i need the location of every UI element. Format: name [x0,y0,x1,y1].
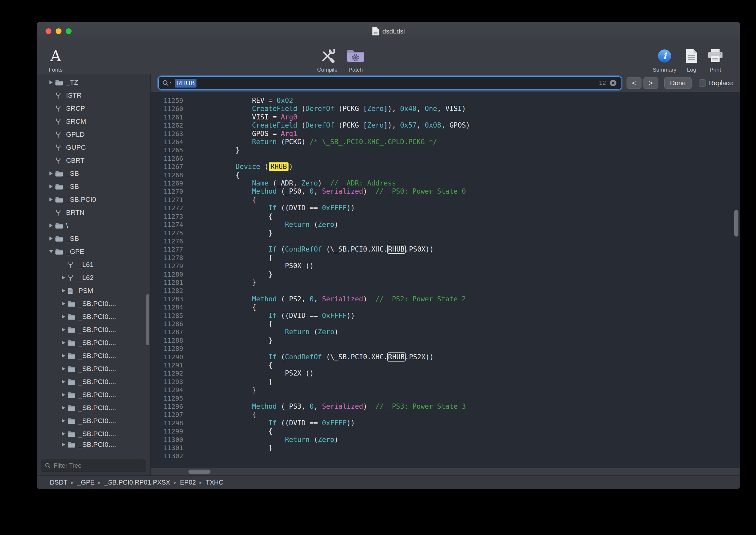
tree-item-_sbpci0[interactable]: _SB.PCI0.... [37,401,150,414]
editor-vertical-scrollbar-thumb[interactable] [734,210,739,237]
tree-item-_sbpci0[interactable]: _SB.PCI0.... [37,310,150,323]
minimize-button[interactable] [56,28,62,34]
tree-item-_tz[interactable]: _TZ [37,76,150,89]
tree-item-root[interactable]: \ [37,219,150,232]
tree-item-_l61[interactable]: _L61 [37,258,150,271]
breadcrumb-item[interactable]: EP02 [180,479,196,486]
disclosure-triangle[interactable] [60,367,68,371]
patch-label: Patch [349,67,363,73]
folder-icon [68,340,78,346]
code-line: 11263 GPOS = Arg1 [150,130,740,138]
search-input[interactable]: RHUB 12 [158,76,621,90]
code-lines: 11259 REV = 0x0211260 CreateField (Deref… [150,97,740,461]
search-options-icon[interactable] [162,79,172,87]
tree-item-srcm[interactable]: SRCM [37,115,150,128]
print-button[interactable]: Print [707,42,724,73]
code-line: 11270 Method (_PS0, 0, Serialized) // _P… [150,187,740,196]
disclosure-triangle[interactable] [60,315,68,319]
disclosure-triangle[interactable] [47,237,55,240]
match-count: 12 [599,79,606,87]
disclosure-triangle[interactable] [60,442,68,446]
disclosure-triangle[interactable] [47,250,55,253]
compile-button[interactable]: Compile [317,42,338,73]
code-text: { [202,427,273,436]
disclosure-triangle[interactable] [60,328,68,332]
clear-search-icon[interactable] [609,79,617,87]
tree-item-gupc[interactable]: GUPC [37,141,150,154]
tree-item-istr[interactable]: ISTR [37,89,150,102]
tree-item-_sbpci0[interactable]: _SB.PCI0.... [37,349,150,362]
tree-item-_gpe[interactable]: _GPE [37,245,150,258]
disclosure-triangle[interactable] [47,224,55,227]
summary-button[interactable]: i Summary [653,42,676,73]
disclosure-triangle[interactable] [47,198,55,201]
breadcrumb-item[interactable]: TXHC [205,479,223,486]
tree-item-_sbpci0[interactable]: _SB.PCI0.... [37,323,150,336]
code-line: 11266 [150,155,740,163]
previous-match-button[interactable]: < [627,77,641,89]
next-match-button[interactable]: > [643,77,659,89]
tree-item-gpld[interactable]: GPLD [37,128,150,141]
folder-icon [55,223,66,229]
disclosure-triangle[interactable] [60,276,68,280]
breadcrumb-item[interactable]: DSDT [50,479,68,486]
disclosure-triangle[interactable] [47,172,55,175]
tree-item-brtn[interactable]: BRTN [37,206,150,219]
filter-tree-field[interactable] [41,460,146,472]
tree-item-_sbpci0[interactable]: _SB.PCI0.... [37,414,150,427]
tree-item-_sbpci0[interactable]: _SB.PCI0.... [37,375,150,388]
code-editor[interactable]: 11259 REV = 0x0211260 CreateField (Deref… [150,92,740,468]
tree-item-_sbpci0[interactable]: _SB.PCI0 [37,193,150,206]
code-text: If (CondRefOf (\_SB.PCI0.XHC.RHUB.PS0X)) [202,245,434,254]
code-line: 11279 PS0X () [150,262,740,270]
line-number: 11300 [150,436,183,444]
tree-item-_sbpci0[interactable]: _SB.PCI0.... [37,297,150,310]
tree-item-_sbpci0[interactable]: _SB.PCI0.... [37,388,150,401]
tree-item-_sbpci0[interactable]: _SB.PCI0.... [37,362,150,375]
code-text: CreateField (DerefOf (PCKG [Zero]), 0x40… [202,105,466,113]
tree-item-_l62[interactable]: _L62 [37,271,150,284]
editor-horizontal-scrollbar[interactable] [150,468,740,475]
disclosure-triangle[interactable] [60,406,68,410]
symbol-tree[interactable]: _TZISTRSRCPSRCMGPLDGUPCCBRT_SB_SB_SB.PCI… [37,74,150,457]
patch-button[interactable]: Patch [346,42,364,73]
disclosure-triangle[interactable] [47,80,55,84]
tree-item-_sbpci0[interactable]: _SB.PCI0.... [37,440,150,449]
close-button[interactable] [45,28,51,34]
tree-item-_sb[interactable]: _SB [37,180,150,193]
folder-icon [68,379,78,385]
disclosure-triangle[interactable] [60,380,68,384]
filter-tree-input[interactable] [54,462,143,469]
line-number: 11260 [150,105,183,113]
done-button[interactable]: Done [664,77,691,89]
tree-item-_sbpci0[interactable]: _SB.PCI0.... [37,336,150,349]
code-text: } [202,378,273,386]
titlebar[interactable]: dsdt.dsl [37,22,740,41]
tree-item-_sbpci0[interactable]: _SB.PCI0.... [37,427,150,440]
breadcrumb-separator: ▸ [71,479,73,486]
tree-item-cbrt[interactable]: CBRT [37,154,150,167]
tree-item-_sb[interactable]: _SB [37,232,150,245]
breadcrumb-item[interactable]: _SB.PCI0.RP01.PXSX [104,479,170,486]
disclosure-triangle[interactable] [47,184,55,188]
disclosure-triangle[interactable] [60,419,68,423]
disclosure-triangle[interactable] [60,302,68,306]
replace-checkbox[interactable] [699,79,706,87]
tree-item-_sb[interactable]: _SB [37,167,150,180]
zoom-button[interactable] [66,28,71,34]
tree-item-psm[interactable]: PSM [37,284,150,297]
disclosure-triangle[interactable] [60,289,68,293]
code-line: 11275 } [150,229,740,237]
fonts-button[interactable]: A Fonts [39,42,72,73]
disclosure-triangle[interactable] [60,341,68,345]
disclosure-triangle[interactable] [60,393,68,397]
disclosure-triangle[interactable] [60,354,68,358]
breadcrumb-item[interactable]: _GPE [77,479,94,486]
log-button[interactable]: Log [686,42,698,73]
line-number: 11261 [150,113,183,121]
tree-item-label: _SB.PCI0.... [78,378,116,386]
editor-horizontal-scrollbar-thumb[interactable] [188,469,210,474]
sidebar-scrollbar-thumb[interactable] [146,294,149,345]
tree-item-srcp[interactable]: SRCP [37,102,150,115]
disclosure-triangle[interactable] [60,432,68,436]
